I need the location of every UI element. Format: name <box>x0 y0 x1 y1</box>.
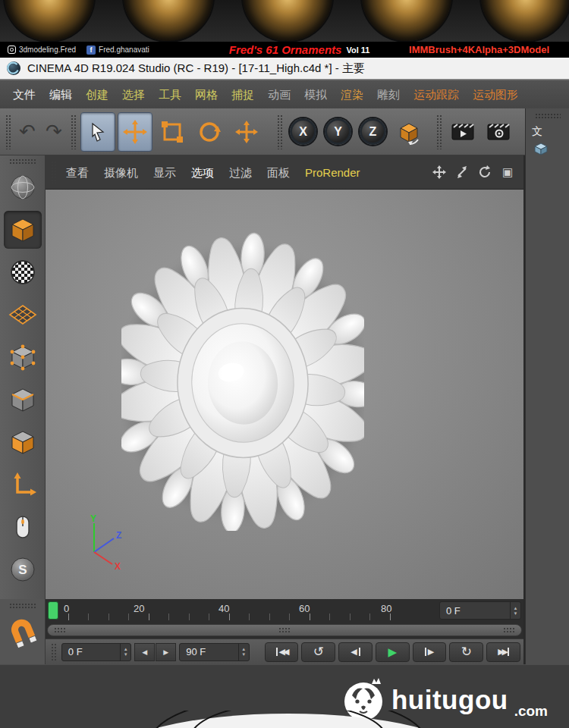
navigation-globe-button[interactable] <box>4 168 42 206</box>
sidebar-grip[interactable] <box>9 603 36 609</box>
menu-animate[interactable]: 动画 <box>261 80 297 108</box>
banner-title: Fred's 61 Ornaments <box>229 43 342 56</box>
globe-icon <box>9 174 36 201</box>
vp-menu-prorender[interactable]: ProRender <box>297 155 368 190</box>
stepper-down-icon[interactable]: ▼ <box>241 652 246 657</box>
sidebar-grip[interactable] <box>9 158 36 165</box>
rotate-tool-button[interactable] <box>192 112 227 152</box>
toolbar-grip[interactable] <box>5 115 11 149</box>
frame-stepper[interactable]: ▲ ▼ <box>510 602 520 619</box>
goto-end-button[interactable]: ▶▶ <box>486 642 520 662</box>
viewport-canvas[interactable]: Y Z X <box>46 190 523 599</box>
toolbar-grip[interactable] <box>71 115 76 149</box>
play-button[interactable]: ▶ <box>376 642 410 662</box>
x-axis-lock-button[interactable]: X <box>290 118 316 145</box>
toolbar-grip[interactable] <box>277 115 282 149</box>
scale-tool-button[interactable] <box>155 112 190 152</box>
end-frame-stepper[interactable]: ▲ ▼ <box>238 644 249 661</box>
last-tool-button[interactable] <box>229 112 264 152</box>
ornament-thumbnail <box>122 0 215 42</box>
vp-menu-cameras[interactable]: 摄像机 <box>96 155 146 190</box>
zoom-viewport-icon[interactable] <box>454 164 470 180</box>
z-axis-lock-button[interactable]: Z <box>360 118 386 145</box>
workplane-mode-button[interactable] <box>4 296 42 334</box>
live-selection-button[interactable] <box>80 112 115 152</box>
render-view-button[interactable] <box>446 112 479 152</box>
play-icon: ▶ <box>388 645 398 659</box>
start-frame-stepper[interactable]: ▲ ▼ <box>120 644 130 661</box>
vp-menu-view[interactable]: 查看 <box>58 155 96 190</box>
right-panel-menu-file[interactable]: 文 <box>526 122 569 142</box>
stepper-down-icon[interactable]: ▼ <box>514 611 518 616</box>
menu-edit[interactable]: 编辑 <box>42 80 79 108</box>
polygons-mode-button[interactable] <box>4 423 42 461</box>
menu-sculpt[interactable]: 雕刻 <box>370 80 407 108</box>
render-settings-button[interactable] <box>482 112 515 152</box>
play-backwards-button[interactable]: ↺ <box>301 642 335 662</box>
model-mode-button[interactable] <box>4 211 42 249</box>
panel-grip[interactable] <box>535 113 561 119</box>
menu-simulate[interactable]: 模拟 <box>297 80 334 108</box>
play-forwards-button[interactable]: ↻ <box>449 642 483 662</box>
vp-menu-display[interactable]: 显示 <box>146 155 184 190</box>
next-frame-button[interactable]: ▶ <box>413 642 447 662</box>
enable-axis-button[interactable] <box>4 466 42 504</box>
scrollbar-grip[interactable] <box>278 627 291 634</box>
move-icon <box>235 121 258 143</box>
stepper-up-icon[interactable]: ▲ <box>124 647 128 651</box>
stepper-up-icon[interactable]: ▲ <box>514 606 518 610</box>
ornament-model[interactable] <box>121 228 364 531</box>
move-tool-button[interactable] <box>118 112 152 152</box>
rotate-viewport-icon[interactable] <box>476 164 493 180</box>
vp-menu-filter[interactable]: 过滤 <box>222 155 259 190</box>
snap-button[interactable] <box>4 613 42 651</box>
toolbar-grip[interactable] <box>436 115 442 149</box>
goto-start-button[interactable]: ◀◀ <box>265 642 299 662</box>
current-frame-field[interactable]: 0 F ▲ ▼ <box>439 601 521 620</box>
frame-decrement-button[interactable]: ◀ <box>134 643 155 661</box>
window-title: CINEMA 4D R19.024 Studio (RC - R19) - [1… <box>27 61 365 76</box>
viewport-mouse-mode-button[interactable] <box>4 508 42 546</box>
s-sphere-button[interactable]: S <box>4 551 42 588</box>
points-mode-button[interactable] <box>4 338 42 376</box>
stepper-up-icon[interactable]: ▲ <box>241 647 246 651</box>
undo-icon: ↶ <box>19 120 36 143</box>
vp-menu-options[interactable]: 选项 <box>184 155 222 190</box>
menu-mesh[interactable]: 网格 <box>188 80 225 108</box>
pan-viewport-icon[interactable] <box>431 164 448 180</box>
transport-grip[interactable] <box>51 643 56 661</box>
undo-button[interactable]: ↶ <box>15 115 39 149</box>
scrollbar-grip[interactable] <box>54 627 66 634</box>
maximize-viewport-icon[interactable]: ▣ <box>499 164 516 180</box>
menu-snap[interactable]: 捕捉 <box>225 80 261 108</box>
scrollbar-grip[interactable] <box>503 627 515 634</box>
frame-increment-button[interactable]: ▶ <box>156 643 176 661</box>
start-frame-field[interactable]: 0 F ▲ ▼ <box>61 643 131 661</box>
menu-file[interactable]: 文件 <box>6 80 42 108</box>
stepper-down-icon[interactable]: ▼ <box>124 652 128 657</box>
timeline-scrollbar[interactable] <box>47 624 522 636</box>
edges-mode-button[interactable] <box>4 381 42 419</box>
facebook-handle: Fred.ghanavati <box>99 46 149 54</box>
panel-cube-icon[interactable] <box>533 142 549 155</box>
axis-y-label: Y <box>90 514 96 524</box>
menu-select[interactable]: 选择 <box>115 80 152 108</box>
end-frame-field[interactable]: 90 F ▲ ▼ <box>179 643 249 661</box>
menu-render[interactable]: 渲染 <box>334 80 370 108</box>
menu-mograph[interactable]: 运动图形 <box>466 80 525 108</box>
coordinate-system-button[interactable] <box>391 112 426 152</box>
vp-menu-panel[interactable]: 面板 <box>259 155 297 190</box>
menu-motion-tracker[interactable]: 运动跟踪 <box>407 80 466 108</box>
left-bottom-cell <box>0 599 46 664</box>
timeline-ruler[interactable]: 0 20 40 60 80 0 F ▲ ▼ <box>46 599 523 622</box>
ornament-thumbnail <box>360 0 453 42</box>
timeline-playhead[interactable] <box>48 601 58 620</box>
y-axis-lock-button[interactable]: Y <box>325 118 351 145</box>
tick-label: 60 <box>299 603 310 614</box>
texture-mode-button[interactable] <box>4 253 42 291</box>
menu-create[interactable]: 创建 <box>79 80 115 108</box>
redo-button[interactable]: ↷ <box>42 115 66 149</box>
menu-tools[interactable]: 工具 <box>152 80 188 108</box>
viewport-menu-grip[interactable] <box>51 161 56 184</box>
previous-frame-button[interactable]: ◀ <box>338 642 373 662</box>
